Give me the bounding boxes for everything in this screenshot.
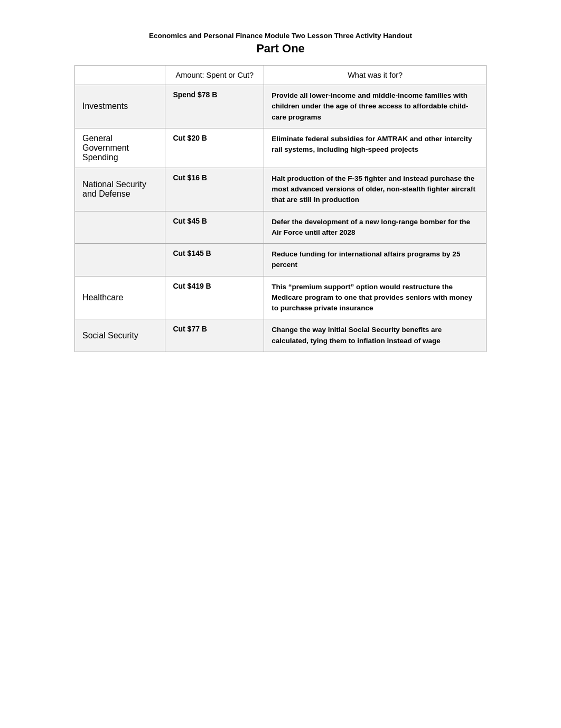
category-cell: [75, 244, 165, 277]
amount-cell: Cut $77 B: [165, 319, 264, 352]
amount-cell: Cut $20 B: [165, 128, 264, 168]
amount-cell: Spend $78 B: [165, 85, 264, 128]
category-cell: Healthcare: [75, 276, 165, 319]
table-header-row: Amount: Spent or Cut? What was it for?: [75, 66, 487, 85]
description-cell: This “premium support” option would rest…: [264, 276, 487, 319]
subtitle: Economics and Personal Finance Module Tw…: [74, 32, 487, 40]
category-cell: National Security and Defense: [75, 168, 165, 211]
category-cell: Social Security: [75, 319, 165, 352]
title: Part One: [74, 42, 487, 56]
amount-cell: Cut $145 B: [165, 244, 264, 277]
description-cell: Change the way initial Social Security b…: [264, 319, 487, 352]
description-cell: Reduce funding for international affairs…: [264, 244, 487, 277]
page-container: Economics and Personal Finance Module Tw…: [74, 32, 487, 352]
category-cell: [75, 211, 165, 244]
amount-cell: Cut $16 B: [165, 168, 264, 211]
amount-cell: Cut $419 B: [165, 276, 264, 319]
table-row: HealthcareCut $419 BThis “premium suppor…: [75, 276, 487, 319]
col-header-description: What was it for?: [264, 66, 487, 85]
category-cell: Investments: [75, 85, 165, 128]
table-row: Cut $145 BReduce funding for internation…: [75, 244, 487, 277]
category-cell: General Government Spending: [75, 128, 165, 168]
description-cell: Provide all lower-income and middle-inco…: [264, 85, 487, 128]
amount-cell: Cut $45 B: [165, 211, 264, 244]
table-row: Social SecurityCut $77 BChange the way i…: [75, 319, 487, 352]
description-cell: Defer the development of a new long-rang…: [264, 211, 487, 244]
description-cell: Eliminate federal subsidies for AMTRAK a…: [264, 128, 487, 168]
table-row: InvestmentsSpend $78 BProvide all lower-…: [75, 85, 487, 128]
page-header: Economics and Personal Finance Module Tw…: [74, 32, 487, 56]
table-row: National Security and DefenseCut $16 BHa…: [75, 168, 487, 211]
col-header-category: [75, 66, 165, 85]
table-row: General Government SpendingCut $20 BElim…: [75, 128, 487, 168]
description-cell: Halt production of the F-35 fighter and …: [264, 168, 487, 211]
col-header-amount: Amount: Spent or Cut?: [165, 66, 264, 85]
table-row: Cut $45 BDefer the development of a new …: [75, 211, 487, 244]
main-table: Amount: Spent or Cut? What was it for? I…: [74, 65, 487, 352]
